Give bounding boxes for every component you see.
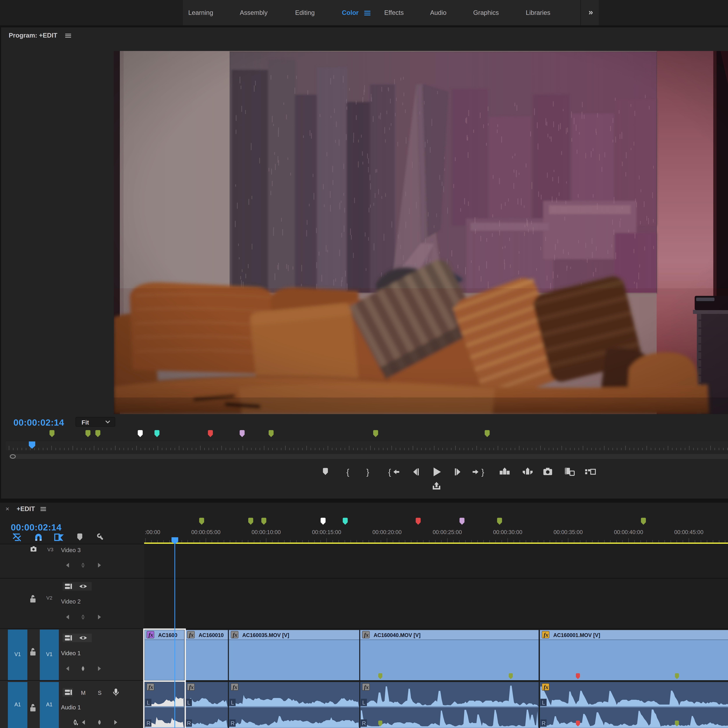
- svg-text:fx: fx: [544, 684, 548, 690]
- svg-text:00:00:20:00: 00:00:20:00: [372, 529, 402, 535]
- svg-text:L: L: [231, 700, 234, 706]
- svg-text:R: R: [187, 720, 191, 726]
- svg-text:fx: fx: [189, 632, 194, 638]
- svg-text:L: L: [187, 700, 190, 706]
- svg-text:}: }: [481, 467, 484, 477]
- svg-text:AC160040.MOV [V]: AC160040.MOV [V]: [374, 632, 421, 638]
- svg-text:V2: V2: [46, 595, 52, 601]
- svg-text:00:00:25:00: 00:00:25:00: [433, 529, 462, 535]
- svg-text::00:00: :00:00: [145, 529, 160, 535]
- svg-text:fx: fx: [364, 684, 369, 690]
- svg-text:L: L: [362, 700, 365, 706]
- svg-text:fx: fx: [544, 632, 548, 638]
- svg-text:Video 2: Video 2: [61, 598, 81, 605]
- svg-text:fx: fx: [364, 632, 369, 638]
- svg-text:AC160035.MOV [V]: AC160035.MOV [V]: [242, 632, 289, 638]
- svg-text:{: {: [346, 467, 349, 477]
- svg-text:00:00:40:00: 00:00:40:00: [614, 529, 643, 535]
- svg-text:R: R: [541, 720, 546, 726]
- svg-text:00:00:15:00: 00:00:15:00: [312, 529, 341, 535]
- svg-text:AC160010: AC160010: [199, 632, 224, 638]
- svg-text:R: R: [147, 720, 150, 726]
- svg-text:Video 3: Video 3: [61, 547, 81, 553]
- svg-text:00:00:30:00: 00:00:30:00: [493, 529, 522, 535]
- svg-text:L: L: [542, 700, 545, 706]
- svg-text:00:00:35:00: 00:00:35:00: [554, 529, 583, 535]
- svg-text:00:00:45:00: 00:00:45:00: [674, 529, 704, 535]
- svg-text:{: {: [388, 467, 391, 477]
- svg-text:L: L: [147, 700, 150, 706]
- svg-text:R: R: [362, 720, 366, 726]
- svg-text:AC160001.MOV [V]: AC160001.MOV [V]: [553, 632, 600, 638]
- svg-text:00:00:10:00: 00:00:10:00: [252, 529, 281, 535]
- svg-text:fx: fx: [232, 632, 237, 638]
- svg-text:}: }: [366, 467, 369, 477]
- svg-text:V3: V3: [47, 547, 54, 552]
- svg-text:fx: fx: [232, 684, 237, 690]
- svg-text:R: R: [231, 720, 234, 726]
- svg-text:fx: fx: [148, 684, 153, 690]
- svg-text:fx: fx: [189, 684, 194, 690]
- svg-text:fx: fx: [148, 632, 153, 638]
- svg-text:00:00:05:00: 00:00:05:00: [191, 529, 220, 535]
